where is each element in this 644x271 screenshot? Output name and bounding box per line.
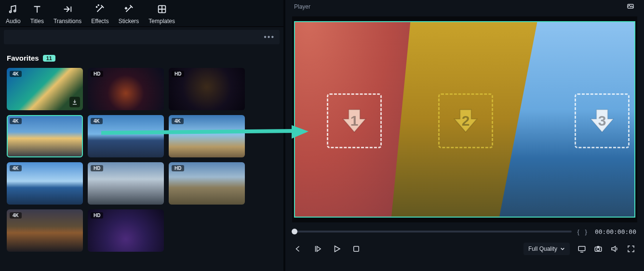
playhead-knob[interactable] xyxy=(292,229,297,234)
tab-titles[interactable]: Titles xyxy=(26,1,49,26)
clip-thumb-4[interactable]: 4K xyxy=(7,115,83,157)
resolution-tag: HD xyxy=(91,212,103,219)
snapshot-button[interactable] xyxy=(626,2,635,12)
resolution-tag: HD xyxy=(91,71,103,77)
svg-point-9 xyxy=(597,248,600,251)
dropzone-2-number: 2 xyxy=(462,113,470,129)
resolution-tag: 4K xyxy=(10,212,22,219)
transitions-icon xyxy=(62,4,73,16)
svg-point-0 xyxy=(10,11,12,13)
media-tabs: AudioTitlesTransitionsEffectsStickersTem… xyxy=(0,0,283,27)
play-in-out-button[interactable] xyxy=(313,245,322,253)
clip-thumb-9[interactable]: HD xyxy=(169,162,245,205)
resolution-tag: 4K xyxy=(10,118,22,124)
resolution-tag: 4K xyxy=(10,71,22,77)
resolution-tag: 4K xyxy=(91,118,103,124)
preview-canvas[interactable]: 1 2 xyxy=(294,21,635,218)
dropzone-3-number: 3 xyxy=(598,113,606,129)
clip-thumb-3[interactable]: HD xyxy=(169,68,245,110)
clip-thumb-11[interactable]: HD xyxy=(88,209,164,252)
tab-titles-label: Titles xyxy=(30,18,44,25)
volume-button[interactable] xyxy=(610,245,619,253)
svg-point-3 xyxy=(98,5,99,6)
stop-button[interactable] xyxy=(352,245,361,253)
clip-thumb-5[interactable]: 4K xyxy=(88,115,164,157)
library-subbar: ••• xyxy=(4,30,280,44)
player-title: Player xyxy=(294,3,310,10)
tab-stickers-label: Stickers xyxy=(119,18,139,25)
favorites-grid: 4KHDHD4K4K4K4KHDHD4KHD xyxy=(0,65,283,258)
tab-audio[interactable]: Audio xyxy=(1,1,26,26)
favorites-header: Favorites 11 xyxy=(7,54,277,62)
clip-thumb-7[interactable]: 4K xyxy=(7,162,83,205)
tab-audio-label: Audio xyxy=(6,18,21,25)
titles-icon xyxy=(32,4,42,16)
audio-icon xyxy=(8,4,18,16)
resolution-tag: 4K xyxy=(172,118,184,124)
templates-icon xyxy=(157,4,167,16)
svg-rect-6 xyxy=(354,246,359,252)
clip-thumb-10[interactable]: 4K xyxy=(7,209,83,252)
tab-transitions[interactable]: Transitions xyxy=(49,1,86,26)
more-icon[interactable]: ••• xyxy=(264,33,275,41)
svg-point-2 xyxy=(96,7,97,8)
camera-button[interactable] xyxy=(594,245,603,253)
tab-templates-label: Templates xyxy=(148,18,175,25)
fullscreen-button[interactable] xyxy=(627,245,635,253)
resolution-tag: HD xyxy=(172,165,184,171)
effects-icon xyxy=(94,4,105,16)
favorites-label: Favorites xyxy=(7,54,39,62)
resolution-tag: 4K xyxy=(10,165,22,171)
tab-effects[interactable]: Effects xyxy=(86,1,113,26)
quality-label: Full Quality xyxy=(528,245,557,252)
tab-stickers[interactable]: Stickers xyxy=(114,1,144,26)
in-out-braces[interactable]: { } xyxy=(577,228,589,235)
clip-thumb-6[interactable]: 4K xyxy=(169,115,245,157)
display-mode-button[interactable] xyxy=(577,245,586,253)
clip-thumb-2[interactable]: HD xyxy=(88,68,164,110)
favorites-count-badge: 11 xyxy=(43,55,55,62)
quality-selector[interactable]: Full Quality xyxy=(523,243,570,255)
preview-viewport: 1 2 xyxy=(292,16,637,222)
tab-effects-label: Effects xyxy=(91,18,108,25)
tab-templates[interactable]: Templates xyxy=(144,1,180,26)
tab-transitions-label: Transitions xyxy=(54,18,81,25)
timeline-row: { } 00:00:00:00 xyxy=(285,222,644,239)
svg-point-1 xyxy=(14,10,16,12)
clip-thumb-8[interactable]: HD xyxy=(88,162,164,205)
clip-thumb-1[interactable]: 4K xyxy=(7,68,83,110)
svg-rect-7 xyxy=(578,246,585,251)
chevron-down-icon xyxy=(560,246,565,251)
play-button[interactable] xyxy=(333,245,341,253)
dropzone-2[interactable]: 2 xyxy=(438,93,493,148)
download-icon[interactable] xyxy=(69,97,80,107)
dropzone-1[interactable]: 1 xyxy=(327,93,382,148)
dropzone-3[interactable]: 3 xyxy=(575,93,630,148)
prev-frame-button[interactable] xyxy=(294,245,303,253)
stickers-icon xyxy=(123,4,134,16)
playhead-track[interactable] xyxy=(293,231,572,232)
timecode: 00:00:00:00 xyxy=(595,228,636,235)
resolution-tag: HD xyxy=(91,165,103,171)
dropzone-1-number: 1 xyxy=(350,113,359,129)
resolution-tag: HD xyxy=(172,71,184,77)
